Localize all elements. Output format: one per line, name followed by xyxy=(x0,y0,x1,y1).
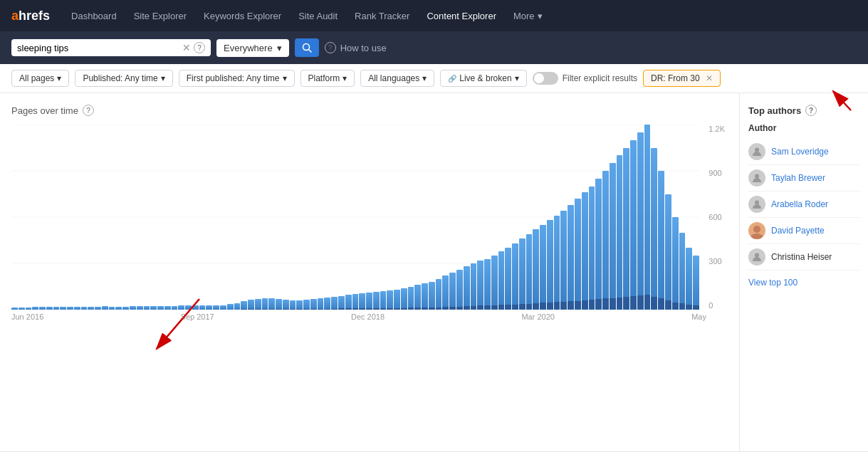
chart-bar xyxy=(422,283,428,310)
search-help-icon[interactable]: ? xyxy=(194,42,205,53)
explicit-label: Filter explicit results xyxy=(563,73,637,83)
search-button[interactable] xyxy=(295,38,319,57)
author-name-4[interactable]: David Payette xyxy=(771,226,825,236)
chart-bar xyxy=(262,298,268,310)
nav-site-explorer[interactable]: Site Explorer xyxy=(127,6,194,26)
chart-bar xyxy=(95,307,101,310)
chart-bars xyxy=(11,125,699,310)
chart-bar xyxy=(172,306,178,310)
explicit-toggle[interactable] xyxy=(533,72,558,85)
nav-content-explorer[interactable]: Content Explorer xyxy=(419,6,503,26)
author-item-4: David Payette xyxy=(748,218,859,244)
chart-bar xyxy=(296,300,303,310)
chart-bar xyxy=(464,266,470,310)
filter-explicit-wrapper: Filter explicit results xyxy=(533,72,637,85)
nav-more[interactable]: More ▾ xyxy=(506,6,550,26)
svg-point-9 xyxy=(755,201,759,205)
chart-bar xyxy=(414,285,421,310)
chart-bar xyxy=(268,298,275,310)
how-to-use-link[interactable]: ? How to use xyxy=(325,42,387,53)
chart-area: Pages over time ? xyxy=(0,93,740,451)
chart-bar xyxy=(429,282,435,310)
chart-bar xyxy=(157,306,164,310)
author-name-1[interactable]: Sam Loveridge xyxy=(771,147,829,157)
chart-bar xyxy=(109,307,115,310)
chart-bar xyxy=(456,270,463,310)
chart-bar xyxy=(380,291,387,310)
top-nav: ahrefs Dashboard Site Explorer Keywords … xyxy=(0,0,868,31)
svg-point-7 xyxy=(755,148,759,152)
dr-close-icon[interactable]: ✕ xyxy=(706,73,713,83)
filter-live-broken[interactable]: 🔗 Live & broken ▾ xyxy=(440,70,526,87)
chart-bar xyxy=(303,300,310,310)
chart-bar xyxy=(560,211,567,310)
chart-help-icon[interactable]: ? xyxy=(83,105,94,116)
chart-bar xyxy=(672,217,679,310)
chart-bar xyxy=(359,293,365,310)
chart-bar xyxy=(19,308,25,310)
chart-bar xyxy=(227,304,234,310)
chart-bar xyxy=(658,171,664,310)
live-broken-arrow-icon: ▾ xyxy=(515,73,519,83)
chart-bar xyxy=(283,300,289,310)
chart-bar xyxy=(352,294,359,310)
chart-bar xyxy=(310,299,317,310)
top-authors-help-icon[interactable]: ? xyxy=(805,105,817,116)
nav-keywords-explorer[interactable]: Keywords Explorer xyxy=(197,6,288,26)
chart-title: Pages over time ? xyxy=(11,105,728,116)
filter-platform[interactable]: Platform ▾ xyxy=(300,70,355,87)
chart-bar xyxy=(185,305,192,310)
svg-point-10 xyxy=(753,226,760,233)
chart-bar xyxy=(617,155,623,310)
search-input[interactable] xyxy=(17,43,179,53)
author-avatar-4 xyxy=(748,222,765,239)
author-item-2: Taylah Brewer xyxy=(748,165,859,191)
search-clear-icon[interactable]: ✕ xyxy=(182,42,191,53)
author-name-3[interactable]: Arabella Roder xyxy=(771,199,828,209)
logo[interactable]: ahrefs xyxy=(11,9,50,23)
chart-bar xyxy=(213,305,219,310)
chart-bar xyxy=(220,305,226,310)
chart-bar xyxy=(602,171,609,310)
filter-dr[interactable]: DR: From 30 ✕ xyxy=(643,70,721,87)
filter-all-languages[interactable]: All languages ▾ xyxy=(360,70,434,87)
view-top-100-link[interactable]: View top 100 xyxy=(748,278,859,288)
chart-bar xyxy=(595,179,602,310)
chart-bar xyxy=(533,229,539,310)
chart-bar xyxy=(449,273,456,310)
location-arrow-icon: ▾ xyxy=(277,43,282,53)
chart-bar xyxy=(150,306,157,310)
svg-point-12 xyxy=(755,253,759,258)
chart-bar xyxy=(512,243,518,310)
chart-bar xyxy=(115,307,122,310)
location-dropdown[interactable]: Everywhere ▾ xyxy=(216,39,289,57)
chart-bar xyxy=(178,305,184,310)
chart-bar xyxy=(582,192,588,310)
chart-bar xyxy=(241,301,247,310)
chart-bar xyxy=(164,306,171,310)
chart-bar xyxy=(276,299,282,310)
main-content: Pages over time ? xyxy=(0,93,868,451)
nav-rank-tracker[interactable]: Rank Tracker xyxy=(347,6,417,26)
chart-bar xyxy=(32,307,38,310)
search-input-wrapper: ✕ ? xyxy=(11,39,211,56)
chart-bar xyxy=(338,296,345,310)
chart-bar xyxy=(505,248,511,310)
filter-all-pages[interactable]: All pages ▾ xyxy=(11,70,69,87)
x-axis: Jun 2016 Sep 2017 Dec 2018 Mar 2020 May xyxy=(11,312,728,321)
chart-bar xyxy=(318,298,324,310)
chart-bar xyxy=(373,292,380,310)
chart-bar xyxy=(610,163,616,310)
author-name-2[interactable]: Taylah Brewer xyxy=(771,173,825,183)
nav-site-audit[interactable]: Site Audit xyxy=(291,6,345,26)
chart-bar xyxy=(130,306,136,310)
chart-container: 0 300 600 900 1.2K xyxy=(11,125,728,310)
chart-bar xyxy=(540,225,546,310)
chart-bar xyxy=(630,140,637,310)
chart-bar xyxy=(26,308,32,310)
filter-published[interactable]: Published: Any time ▾ xyxy=(75,70,172,87)
nav-dashboard[interactable]: Dashboard xyxy=(64,6,124,26)
chart-bar xyxy=(623,148,629,310)
filter-bar: All pages ▾ Published: Any time ▾ First … xyxy=(0,64,868,93)
filter-first-published[interactable]: First published: Any time ▾ xyxy=(179,70,295,87)
